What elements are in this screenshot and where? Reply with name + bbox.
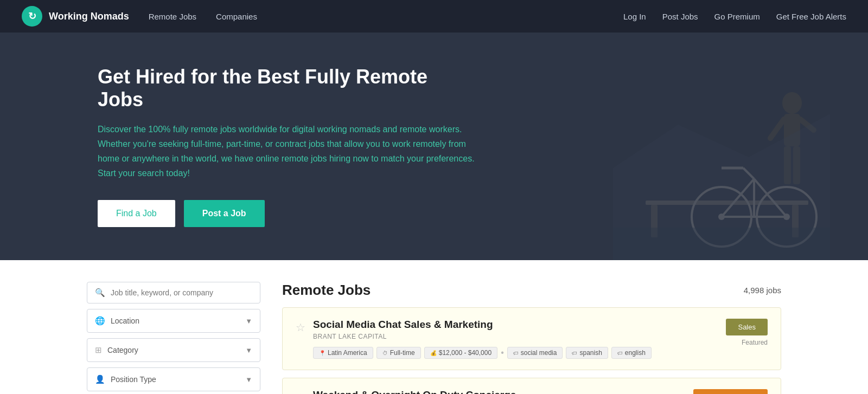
nav-go-premium[interactable]: Go Premium (714, 12, 760, 21)
tag-skill-2[interactable]: 🏷 spanish (566, 347, 608, 359)
job-badge-1[interactable]: Sales (726, 319, 768, 335)
category-filter-left: ⊞ Category (95, 345, 138, 355)
job-list-header: Remote Jobs 4,998 jobs (282, 282, 781, 299)
tag-icon: 🏷 (572, 350, 577, 356)
job-card-top-1: Social Media Chat Sales & Marketing BRAN… (313, 319, 768, 347)
job-card-content-1: Social Media Chat Sales & Marketing BRAN… (313, 319, 768, 359)
search-input[interactable] (111, 288, 252, 297)
tag-icon: 🏷 (513, 350, 519, 356)
favorite-star-1[interactable]: ☆ (296, 321, 305, 334)
job-info-2: Weekend & Overnight On Duty Concierge Cr… (313, 389, 516, 394)
favorite-star-2[interactable]: ☆ (296, 391, 305, 394)
nav-job-alerts[interactable]: Get Free Job Alerts (776, 12, 846, 21)
post-job-button[interactable]: Post a Job (184, 200, 265, 227)
svg-point-14 (782, 92, 802, 114)
job-list: Remote Jobs 4,998 jobs ☆ Social Media Ch… (282, 282, 781, 394)
hero-section: Get Hired for the Best Fully Remote Jobs… (0, 33, 868, 260)
job-info-1: Social Media Chat Sales & Marketing BRAN… (313, 319, 493, 347)
nav-post-jobs[interactable]: Post Jobs (662, 12, 698, 21)
tag-label: Full-time (390, 349, 415, 357)
category-filter[interactable]: ⊞ Category ▼ (87, 338, 260, 362)
category-icon: ⊞ (95, 345, 102, 355)
clock-icon: ⏱ (382, 350, 388, 356)
tag-label: english (625, 349, 646, 357)
find-job-button[interactable]: Find a Job (98, 200, 175, 227)
tag-label: Latin America (328, 349, 367, 357)
hero-buttons: Find a Job Post a Job (98, 200, 477, 227)
search-filter[interactable]: 🔍 (87, 282, 260, 303)
position-type-filter[interactable]: 👤 Position Type ▼ (87, 367, 260, 391)
tag-label: spanish (579, 349, 602, 357)
job-card-2: ☆ Weekend & Overnight On Duty Concierge … (282, 378, 781, 394)
nav-remote-jobs[interactable]: Remote Jobs (149, 12, 196, 21)
pin-icon: 📍 (319, 350, 326, 356)
job-card-top-2: Weekend & Overnight On Duty Concierge Cr… (313, 389, 768, 394)
tag-location-1[interactable]: 📍 Latin America (313, 347, 373, 359)
svg-rect-21 (613, 228, 830, 260)
logo[interactable]: ↻ Working Nomads (22, 6, 129, 27)
hero-title: Get Hired for the Best Fully Remote Jobs (98, 66, 477, 111)
navbar: ↻ Working Nomads Remote Jobs Companies L… (0, 0, 868, 33)
svg-line-18 (770, 119, 784, 138)
location-chevron: ▼ (245, 317, 252, 325)
tag-salary-1[interactable]: 💰 $12,000 - $40,000 (424, 347, 497, 359)
job-badge-right-2: Customer Success Featured (693, 389, 768, 394)
location-icon: 🌐 (95, 316, 105, 326)
location-filter-left: 🌐 Location (95, 316, 139, 326)
tag-label: $12,000 - $40,000 (439, 349, 492, 357)
navbar-left: ↻ Working Nomads Remote Jobs Companies (22, 6, 257, 27)
location-label: Location (111, 317, 139, 325)
job-list-title: Remote Jobs (282, 282, 371, 299)
logo-text: Working Nomads (49, 11, 129, 22)
navbar-right: Log In Post Jobs Go Premium Get Free Job… (623, 12, 846, 21)
position-type-filter-left: 👤 Position Type (95, 374, 156, 384)
job-count: 4,998 jobs (744, 286, 781, 295)
money-icon: 💰 (430, 350, 437, 356)
job-title-1[interactable]: Social Media Chat Sales & Marketing (313, 319, 493, 331)
job-title-2[interactable]: Weekend & Overnight On Duty Concierge (313, 389, 516, 394)
job-card: ☆ Social Media Chat Sales & Marketing BR… (282, 307, 781, 370)
nav-companies[interactable]: Companies (216, 12, 257, 21)
dot-separator: • (501, 348, 504, 358)
job-card-content-2: Weekend & Overnight On Duty Concierge Cr… (313, 389, 768, 394)
sidebar: 🔍 🌐 Location ▼ ⊞ Category ▼ 👤 Position T… (87, 282, 260, 394)
job-badge-2[interactable]: Customer Success (693, 389, 768, 394)
hero-content: Get Hired for the Best Fully Remote Jobs… (98, 66, 477, 228)
location-filter[interactable]: 🌐 Location ▼ (87, 309, 260, 333)
nav-login[interactable]: Log In (623, 12, 646, 21)
tag-skill-3[interactable]: 🏷 english (611, 347, 652, 359)
category-chevron: ▼ (245, 346, 252, 354)
job-company-1: BRANT LAKE CAPITAL (313, 333, 493, 340)
main-section: 🔍 🌐 Location ▼ ⊞ Category ▼ 👤 Position T… (0, 260, 868, 394)
position-type-label: Position Type (111, 375, 156, 384)
position-type-chevron: ▼ (245, 376, 252, 384)
hero-description: Discover the 100% fully remote jobs worl… (98, 122, 477, 181)
featured-label-1: Featured (742, 339, 768, 346)
hero-silhouette (608, 54, 835, 260)
position-type-icon: 👤 (95, 374, 105, 384)
search-icon: 🔍 (95, 288, 105, 298)
tag-icon: 🏷 (617, 350, 623, 356)
category-label: Category (107, 346, 138, 354)
tag-fulltime-1[interactable]: ⏱ Full-time (376, 347, 421, 359)
logo-icon: ↻ (22, 6, 42, 27)
job-badge-right-1: Sales Featured (726, 319, 768, 346)
tag-label: social media (521, 349, 557, 357)
tag-skill-1[interactable]: 🏷 social media (507, 347, 563, 359)
job-tags-1: 📍 Latin America ⏱ Full-time 💰 $12,000 - … (313, 347, 768, 359)
